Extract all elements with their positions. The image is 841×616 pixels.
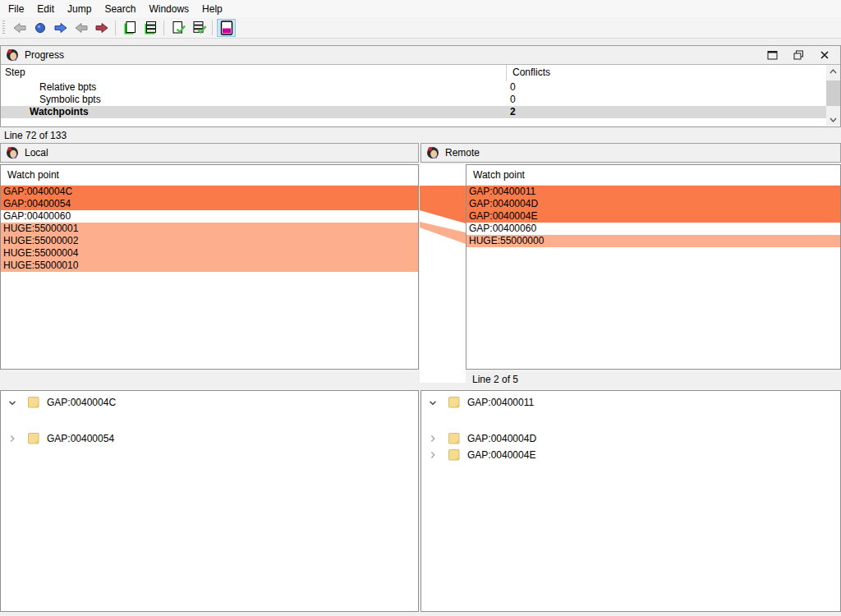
document-green-check-icon [170,20,186,36]
remote-watchpoint-list: Watch point GAP:00400011 GAP:0040004D GA… [466,164,841,370]
local-tree: GAP:0040004C GAP:00400054 [0,390,419,612]
table-scrollbar[interactable] [826,65,840,126]
list-item[interactable]: GAP:0040004E [466,210,840,223]
folder-icon [448,396,461,409]
tree-item-label: GAP:0040004D [467,433,536,444]
progress-table-header: Step Conflicts [1,65,827,81]
arrow-left-gray-icon [73,20,90,36]
app-avatar-icon [426,146,439,159]
table-row[interactable]: Relative bpts 0 [1,81,827,94]
scroll-up-button[interactable] [826,65,840,77]
maximize-button[interactable] [765,48,779,62]
list-item[interactable]: HUGE:55000010 [1,260,418,272]
remote-pane-title: Remote [445,147,480,159]
progress-window: Progress Step C [0,45,841,127]
restore-button[interactable] [791,48,806,62]
menu-file[interactable]: File [2,2,30,16]
menu-jump[interactable]: Jump [61,2,98,16]
copy-document-button[interactable] [120,19,139,37]
column-header-watchpoint[interactable]: Watch point [1,165,418,186]
column-header-watchpoint[interactable]: Watch point [466,165,840,186]
list-item[interactable]: HUGE:55000001 [1,223,418,235]
toolbar-grip[interactable] [2,21,5,35]
conflicts-value: 0 [510,94,516,106]
jump-forward-button[interactable] [51,19,70,37]
chevron-right-icon[interactable] [6,432,19,445]
list-item[interactable]: HUGE:55000002 [1,235,418,247]
chevron-right-icon[interactable] [426,432,439,445]
step-label: Symbolic bpts [39,94,101,106]
column-header-step[interactable]: Step [5,67,25,78]
tree-item-label: GAP:00400011 [467,397,534,408]
local-pane-header[interactable]: Local [0,143,419,163]
progress-window-title: Progress [25,49,64,61]
close-button[interactable] [817,48,832,62]
menu-search[interactable]: Search [98,2,142,16]
tree-empty-child [1,411,418,430]
tree-item-label: GAP:0040004C [47,397,116,408]
step-label: Watchpoints [30,106,89,118]
chevron-down-icon[interactable] [6,396,19,409]
menu-bar: File Edit Jump Search Windows Help [0,0,841,17]
copy-all-documents-button[interactable] [140,19,159,37]
line-status-remote: Line 2 of 5 [472,373,518,386]
preview-merge-button[interactable] [217,19,236,37]
stop-button[interactable] [30,19,49,37]
menu-edit[interactable]: Edit [30,2,61,16]
toolbar-separator [163,21,164,35]
scroll-down-button[interactable] [826,113,840,126]
chevron-down-icon [830,117,837,122]
list-item[interactable]: GAP:00400060 [466,223,840,235]
progress-table: Step Conflicts Relative bpts 0 Symbolic … [1,65,840,126]
list-item[interactable]: GAP:00400011 [466,186,840,198]
list-item[interactable]: GAP:00400054 [1,198,418,210]
next-difference-button[interactable] [92,19,111,37]
list-item[interactable]: GAP:0040004C [1,186,418,198]
local-pane-title: Local [25,147,48,159]
toolbar-separator [212,21,213,35]
conflicts-value: 0 [510,81,516,94]
arrow-right-blue-icon [53,20,69,36]
folder-icon [448,432,461,445]
table-row-selected[interactable]: Watchpoints 2 [1,106,827,118]
jump-back-button[interactable] [10,19,29,37]
arrow-right-red-icon [94,20,110,36]
conflict-connector [420,186,466,223]
menu-windows[interactable]: Windows [142,2,195,16]
diff-connectors [420,164,466,383]
stack-green-check-icon [191,20,207,36]
previous-difference-button[interactable] [71,19,90,37]
document-green-shadow-icon [122,20,138,36]
tree-item[interactable]: GAP:00400054 [1,430,418,447]
circle-blue-icon [32,20,48,36]
maximize-icon [767,50,778,60]
tree-item[interactable]: GAP:0040004E [421,447,840,463]
column-header-conflicts[interactable]: Conflicts [506,65,550,81]
stack-green-shadow-icon [142,20,159,36]
remote-tree: GAP:00400011 GAP:0040004D GAP:0040004E [420,390,841,612]
step-label: Relative bpts [39,81,96,94]
tree-item[interactable]: GAP:0040004D [421,430,840,447]
tree-item-label: GAP:0040004E [467,449,535,461]
list-item[interactable]: HUGE:55000000 [466,235,840,247]
line-status-progress: Line 72 of 133 [4,129,67,142]
restore-icon [793,50,804,60]
progress-titlebar[interactable]: Progress [1,46,840,65]
close-icon [820,50,830,60]
folder-icon [448,448,461,462]
menu-help[interactable]: Help [195,2,229,16]
remote-pane-header[interactable]: Remote [420,143,841,163]
list-item[interactable]: HUGE:55000004 [1,247,418,260]
tree-item[interactable]: GAP:00400011 [421,394,840,411]
accept-document-button[interactable] [168,19,187,37]
list-item[interactable]: GAP:00400060 [1,210,418,223]
table-row[interactable]: Symbolic bpts 0 [1,94,827,106]
accept-all-documents-button[interactable] [189,19,208,37]
list-item[interactable]: GAP:0040004D [466,198,840,210]
scroll-thumb[interactable] [826,80,840,106]
toolbar-separator [115,21,116,35]
chevron-right-icon[interactable] [426,448,439,462]
chevron-down-icon[interactable] [426,396,439,409]
local-watchpoint-list: Watch point GAP:0040004C GAP:00400054 GA… [0,164,419,370]
tree-item[interactable]: GAP:0040004C [1,394,418,411]
